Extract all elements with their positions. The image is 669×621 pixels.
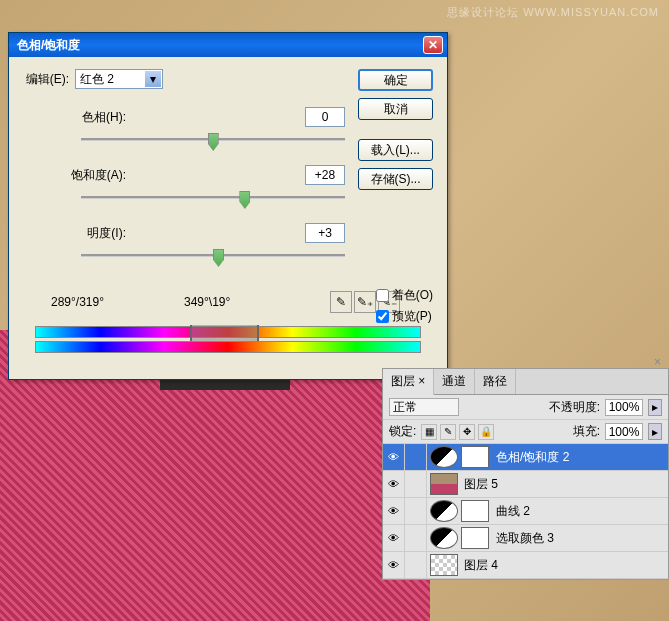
watermark-text: 思缘设计论坛 WWW.MISSYUAN.COM — [447, 5, 659, 20]
eye-icon — [388, 450, 399, 464]
lock-move-icon[interactable]: ✥ — [459, 424, 475, 440]
spectrum-output — [35, 341, 421, 353]
link-col[interactable] — [405, 552, 427, 578]
fill-arrow-icon[interactable]: ▸ — [648, 423, 662, 440]
opacity-label: 不透明度: — [549, 399, 600, 416]
visibility-toggle[interactable] — [383, 525, 405, 551]
mask-thumbnail[interactable] — [461, 527, 489, 549]
visibility-toggle[interactable] — [383, 498, 405, 524]
panel-close-icon[interactable]: × — [654, 355, 666, 367]
layer-list: 色相/饱和度 2图层 5曲线 2选取颜色 3图层 4 — [383, 444, 668, 579]
blend-mode-value: 正常 — [393, 399, 417, 416]
layer-name[interactable]: 选取颜色 3 — [493, 530, 554, 547]
tab-channels[interactable]: 通道 — [434, 369, 475, 394]
layer-row[interactable]: 选取颜色 3 — [383, 525, 668, 552]
mask-thumbnail[interactable] — [461, 500, 489, 522]
link-col[interactable] — [405, 525, 427, 551]
colorize-checkbox[interactable] — [376, 289, 389, 302]
link-col[interactable] — [405, 471, 427, 497]
visibility-toggle[interactable] — [383, 444, 405, 470]
link-col[interactable] — [405, 498, 427, 524]
layer-name[interactable]: 图层 5 — [461, 476, 498, 493]
tab-paths[interactable]: 路径 — [475, 369, 516, 394]
lock-brush-icon[interactable]: ✎ — [440, 424, 456, 440]
layer-name[interactable]: 图层 4 — [461, 557, 498, 574]
cancel-button[interactable]: 取消 — [358, 98, 433, 120]
hue-saturation-dialog: 色相/饱和度 ✕ 编辑(E): 红色 2 ▾ 色相(H): 饱和度(A): 明度… — [8, 32, 448, 380]
opacity-arrow-icon[interactable]: ▸ — [648, 399, 662, 416]
hue-input[interactable] — [305, 107, 345, 127]
save-button[interactable]: 存储(S)... — [358, 168, 433, 190]
hue-slider-thumb[interactable] — [208, 133, 219, 151]
eye-icon — [388, 558, 399, 572]
lightness-slider-thumb[interactable] — [213, 249, 224, 267]
colorize-label: 着色(O) — [392, 287, 433, 304]
layer-thumbnail[interactable] — [430, 473, 458, 495]
lightness-label: 明度(I): — [21, 225, 136, 242]
visibility-toggle[interactable] — [383, 471, 405, 497]
lock-all-icon[interactable]: 🔒 — [478, 424, 494, 440]
link-col[interactable] — [405, 444, 427, 470]
lock-label: 锁定: — [389, 423, 416, 440]
saturation-slider-thumb[interactable] — [239, 191, 250, 209]
range-readout-2: 349°\19° — [184, 295, 230, 309]
eyedropper-icon[interactable]: ✎ — [330, 291, 352, 313]
opacity-input[interactable] — [605, 399, 643, 416]
range-readout-1: 289°/319° — [51, 295, 104, 309]
lightness-slider[interactable] — [81, 247, 345, 265]
hue-slider[interactable] — [81, 131, 345, 149]
eye-icon — [388, 531, 399, 545]
mask-thumbnail[interactable] — [461, 446, 489, 468]
close-button[interactable]: ✕ — [423, 36, 443, 54]
edit-channel-select[interactable]: 红色 2 ▾ — [75, 69, 163, 89]
dialog-titlebar[interactable]: 色相/饱和度 ✕ — [9, 33, 447, 57]
dialog-title: 色相/饱和度 — [13, 37, 423, 54]
layer-name[interactable]: 色相/饱和度 2 — [493, 449, 569, 466]
spectrum-bars — [35, 326, 421, 353]
layer-thumbnail[interactable] — [430, 554, 458, 576]
layer-row[interactable]: 图层 5 — [383, 471, 668, 498]
hue-label: 色相(H): — [21, 109, 136, 126]
fill-input[interactable] — [605, 423, 643, 440]
eyedropper-add-icon[interactable]: ✎₊ — [354, 291, 376, 313]
layer-name[interactable]: 曲线 2 — [493, 503, 530, 520]
tab-layers[interactable]: 图层 × — [383, 369, 434, 395]
preview-label: 预览(P) — [392, 308, 432, 325]
spectrum-input[interactable] — [35, 326, 421, 338]
edit-channel-value: 红色 2 — [80, 71, 114, 88]
load-button[interactable]: 载入(L)... — [358, 139, 433, 161]
saturation-slider[interactable] — [81, 189, 345, 207]
saturation-input[interactable] — [305, 165, 345, 185]
visibility-toggle[interactable] — [383, 552, 405, 578]
layer-thumbnail[interactable] — [430, 527, 458, 549]
saturation-label: 饱和度(A): — [21, 167, 136, 184]
fill-label: 填充: — [573, 423, 600, 440]
layers-panel: × 图层 × 通道 路径 正常 不透明度: ▸ 锁定: ▦ ✎ ✥ 🔒 填充: … — [382, 368, 669, 580]
layer-row[interactable]: 曲线 2 — [383, 498, 668, 525]
layer-row[interactable]: 图层 4 — [383, 552, 668, 579]
eye-icon — [388, 504, 399, 518]
preview-checkbox[interactable] — [376, 310, 389, 323]
chevron-down-icon: ▾ — [145, 71, 161, 87]
lock-transparent-icon[interactable]: ▦ — [421, 424, 437, 440]
ok-button[interactable]: 确定 — [358, 69, 433, 91]
layer-row[interactable]: 色相/饱和度 2 — [383, 444, 668, 471]
layer-thumbnail[interactable] — [430, 500, 458, 522]
lightness-input[interactable] — [305, 223, 345, 243]
layer-thumbnail[interactable] — [430, 446, 458, 468]
eye-icon — [388, 477, 399, 491]
blend-mode-select[interactable]: 正常 — [389, 398, 459, 416]
edit-label: 编辑(E): — [21, 71, 69, 88]
